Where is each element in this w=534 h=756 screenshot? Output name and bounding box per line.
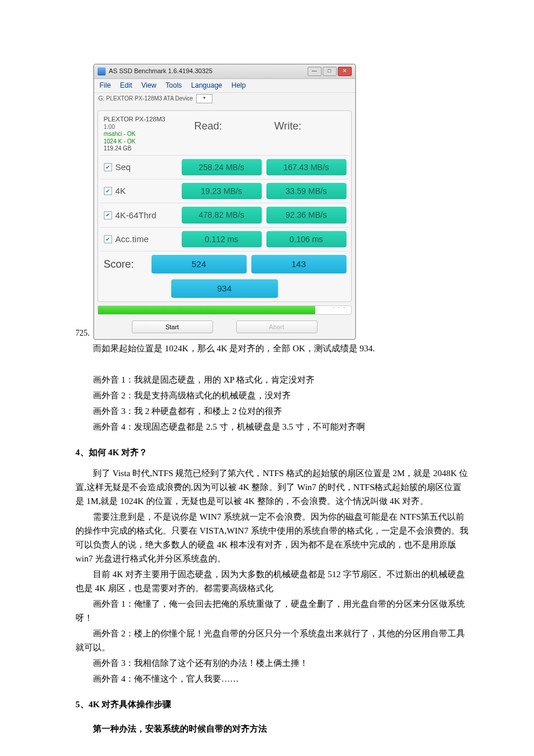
minimize-button[interactable]: — [308,67,322,76]
paragraph: 画外音 3：我相信除了这个还有别的办法！楼上俩土捶！ [75,656,470,670]
results-panel: PLEXTOR PX-128M3 1.00 msahci - OK 1024 K… [98,110,352,302]
checkbox-4k64[interactable]: ✔ [104,211,112,219]
paragraph: 目前 4K 对齐主要用于固态硬盘，因为大多数的机械硬盘都是 512 字节扇区。不… [75,567,470,595]
progress-bar: " " " [98,305,352,315]
4k64-write: 92.36 MB/s [266,207,347,223]
menu-file[interactable]: File [100,80,111,91]
row-label: Seq [116,160,131,174]
checkbox-acctime[interactable]: ✔ [104,235,112,243]
menu-view[interactable]: View [142,80,157,91]
score-read: 524 [151,255,247,273]
checkbox-seq[interactable]: ✔ [104,163,112,171]
score-label: Score: [104,256,134,273]
window-title: AS SSD Benchmark 1.6.4194.30325 [109,66,308,77]
paragraph: 而如果起始位置是 1024K，那么 4K 是对齐的，全部 OK，测试成绩是 93… [75,341,470,355]
heading-5: 5、4K 对齐具体操作步骤 [75,697,470,711]
app-icon [98,67,106,75]
row-4k: ✔ 4K 19.23 MB/s 33.59 MB/s [100,179,349,203]
article-body: 而如果起始位置是 1024K，那么 4K 是对齐的，全部 OK，测试成绩是 93… [75,341,470,736]
menu-edit[interactable]: Edit [120,80,132,91]
paragraph: 画外音 2：我是支持高级格式化的机械硬盘，没对齐 [75,388,470,402]
paragraph: 画外音 4：俺不懂这个，官人我要…… [75,672,470,686]
heading-4: 4、如何 4K 对齐？ [75,445,470,459]
firmware-version: 1.00 [104,124,185,131]
row-total: 934 [100,277,349,299]
drive-dropdown[interactable]: ▾ [196,94,212,103]
close-button[interactable]: ✕ [338,67,352,76]
title-bar: AS SSD Benchmark 1.6.4194.30325 — □ ✕ [94,64,355,79]
paragraph: 画外音 3：我 2 种硬盘都有，和楼上 2 位对的很齐 [75,404,470,418]
benchmark-window: AS SSD Benchmark 1.6.4194.30325 — □ ✕ Fi… [93,64,356,340]
paragraph: 画外音 2：楼上的你懂个屁！光盘自带的分区只分一个系统盘出来就行了，其他的分区用… [75,627,470,654]
seq-read: 258.24 MB/s [182,159,262,175]
chevron-down-icon: ▾ [203,95,205,102]
column-write: Write: [269,113,349,139]
figure-number: 725. [75,327,90,340]
acc-read: 0.112 ms [182,231,262,247]
score-total: 934 [171,279,278,298]
menu-help[interactable]: Help [232,80,246,91]
row-label: 4K [116,184,126,198]
menu-bar: File Edit View Tools Language Help [94,79,355,93]
device-name: PLEXTOR PX-128M3 [104,116,185,124]
paragraph: 需要注意到是，不是说你是 WIN7 系统就一定不会浪费。因为你的磁盘可能是在 N… [75,510,470,566]
acc-write: 0.106 ms [266,231,347,247]
row-label: 4K-64Thrd [116,208,157,222]
maximize-button[interactable]: □ [323,67,337,76]
paragraph: 画外音 4：发现固态硬盘都是 2.5 寸，机械硬盘是 3.5 寸，不可能对齐啊 [75,420,470,434]
paragraph: 到了 Vista 时代,NTFS 规范已经到了第六代，NTFS 格式的起始簇的扇… [75,466,470,508]
progress-fill [98,306,316,314]
4k-read: 19.23 MB/s [182,183,262,199]
column-read: Read: [189,113,269,139]
progress-mark: " " " [333,305,347,313]
4k64-read: 478.82 MB/s [182,207,262,223]
4k-write: 33.59 MB/s [266,183,347,199]
start-button[interactable]: Start [132,321,213,333]
capacity: 119.24 GB [104,145,185,153]
row-score: Score: 524 143 [100,251,349,277]
device-info: PLEXTOR PX-128M3 1.00 msahci - OK 1024 K… [100,113,189,155]
row-seq: ✔ Seq 258.24 MB/s 167.43 MB/s [100,155,349,179]
checkbox-4k[interactable]: ✔ [104,187,112,195]
paragraph: 画外音 1：我就是固态硬盘，用的 XP 格式化，肯定没对齐 [75,373,470,387]
menu-language[interactable]: Language [191,80,222,91]
alignment-status: 1024 K - OK [104,138,185,146]
subheading: 第一种办法，安装系统的时候自带的对齐方法 [75,722,470,736]
menu-tools[interactable]: Tools [165,80,182,91]
score-write: 143 [251,255,347,273]
drive-selector-label: G: PLEXTOR PX-128M3 ATA Device [99,94,193,103]
driver-status: msahci - OK [104,131,185,138]
paragraph: 画外音 1：俺懂了，俺一会回去把俺的系统重做了，硬盘全删了，用光盘自带的分区来分… [75,597,470,625]
row-4k64: ✔ 4K-64Thrd 478.82 MB/s 92.36 MB/s [100,203,349,226]
row-label: Acc.time [116,232,149,246]
abort-button[interactable]: Abort [236,321,317,333]
seq-write: 167.43 MB/s [266,159,347,175]
row-acctime: ✔ Acc.time 0.112 ms 0.106 ms [100,227,349,251]
